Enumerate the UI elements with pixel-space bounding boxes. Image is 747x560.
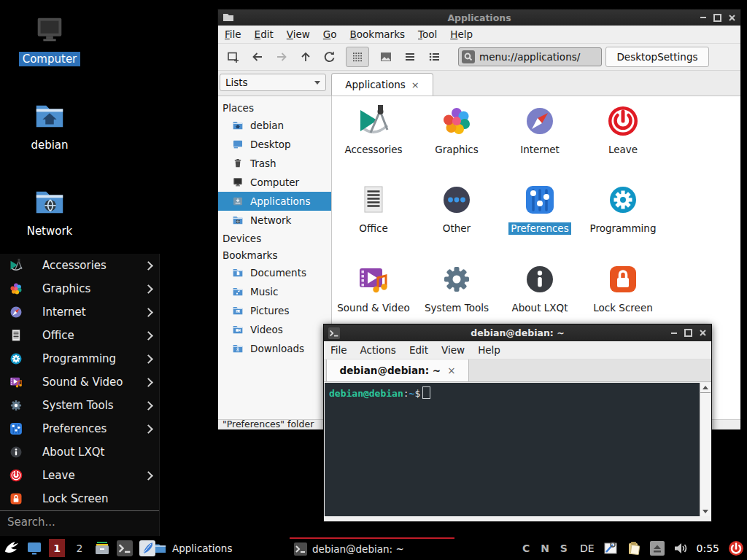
office-icon bbox=[356, 182, 391, 217]
terminal-menu-view[interactable]: View bbox=[435, 341, 471, 359]
fm-menu-file[interactable]: File bbox=[218, 26, 248, 43]
terminal-menu-actions[interactable]: Actions bbox=[354, 341, 403, 359]
sidebar-item-documents[interactable]: Documents bbox=[218, 263, 331, 282]
sidebar-item-desktop[interactable]: Desktop bbox=[218, 135, 331, 154]
app-folder-sound-video[interactable]: Sound & Video bbox=[332, 262, 415, 314]
sidebar-item-debian[interactable]: debian bbox=[218, 116, 331, 135]
app-folder-programming[interactable]: Programming bbox=[581, 182, 665, 235]
status-text: "Preferences" folder bbox=[222, 419, 314, 429]
app-folder-preferences[interactable]: Preferences bbox=[498, 182, 581, 235]
terminal-titlebar[interactable]: debian@debian: ~ bbox=[324, 324, 711, 341]
tab-close-icon[interactable]: × bbox=[411, 79, 419, 90]
new-tab-icon bbox=[227, 50, 240, 63]
menu-search-input[interactable]: Search... bbox=[0, 510, 159, 533]
minimize-button[interactable] bbox=[699, 14, 707, 22]
app-folder-graphics[interactable]: Graphics bbox=[415, 104, 498, 156]
keyboard-indicator[interactable]: C N S bbox=[522, 542, 571, 554]
keyboard-layout[interactable]: DE bbox=[580, 542, 595, 554]
applications-icon bbox=[232, 195, 244, 207]
fm-menu-bookmarks[interactable]: Bookmarks bbox=[344, 26, 411, 43]
task-button-debian-debian[interactable]: debian@debian: ~ bbox=[290, 537, 454, 559]
fm-menu-tool[interactable]: Tool bbox=[411, 26, 444, 43]
menu-item-leave[interactable]: Leave bbox=[0, 464, 159, 487]
sidebar-item-downloads[interactable]: Downloads bbox=[218, 339, 331, 358]
sidebar-mode-combo[interactable]: Lists bbox=[220, 74, 326, 91]
launcher-file-manager[interactable] bbox=[94, 540, 110, 556]
terminal-tab[interactable]: debian@debian: ~ × bbox=[326, 359, 469, 381]
icon-view-button[interactable] bbox=[346, 47, 369, 67]
minimize-button[interactable] bbox=[670, 329, 678, 337]
app-folder-accessories[interactable]: Accessories bbox=[332, 104, 415, 156]
up-button[interactable] bbox=[298, 49, 313, 65]
terminal-scrollbar[interactable] bbox=[700, 383, 711, 516]
menu-item-programming[interactable]: Programming bbox=[0, 347, 159, 370]
close-button[interactable] bbox=[699, 329, 707, 337]
app-folder-about-lxqt[interactable]: About LXQt bbox=[498, 262, 581, 314]
sidebar-item-trash[interactable]: Trash bbox=[218, 154, 331, 173]
desktop-icon-computer[interactable]: Computer bbox=[15, 13, 85, 66]
tray-volume-icon[interactable] bbox=[673, 541, 688, 556]
app-folder-office[interactable]: Office bbox=[332, 182, 415, 235]
task-button-applications[interactable]: Applications bbox=[150, 537, 285, 559]
close-button[interactable] bbox=[728, 14, 736, 22]
thumbnail-view-button[interactable] bbox=[378, 49, 393, 65]
tray-clipboard-icon[interactable] bbox=[627, 541, 641, 556]
new-tab-button[interactable] bbox=[225, 49, 241, 65]
computer-icon bbox=[232, 176, 244, 188]
address-bar[interactable]: menu://applications/ bbox=[458, 47, 602, 66]
fm-menu-edit[interactable]: Edit bbox=[248, 26, 280, 43]
forward-button[interactable] bbox=[274, 49, 289, 65]
detailed-view-button[interactable] bbox=[426, 49, 441, 65]
terminal-menu-help[interactable]: Help bbox=[471, 341, 507, 359]
terminal-menu-file[interactable]: File bbox=[324, 341, 354, 359]
sidebar-item-network[interactable]: Network bbox=[218, 211, 331, 230]
terminal-menu-edit[interactable]: Edit bbox=[403, 341, 435, 359]
workspace-2-button[interactable]: 2 bbox=[71, 539, 88, 557]
sidebar-item-music[interactable]: Music bbox=[218, 282, 331, 301]
app-folder-system-tools[interactable]: System Tools bbox=[415, 262, 498, 314]
compact-view-button[interactable] bbox=[402, 49, 417, 65]
tray-screenshot-icon[interactable] bbox=[603, 541, 618, 556]
menu-item-lock-screen[interactable]: Lock Screen bbox=[0, 487, 159, 510]
desktop-icon-debian[interactable]: debian bbox=[15, 99, 85, 152]
fm-titlebar[interactable]: Applications bbox=[218, 9, 740, 26]
scroll-down-icon[interactable] bbox=[700, 507, 711, 516]
menu-item-about-lxqt[interactable]: About LXQt bbox=[0, 440, 159, 464]
menu-item-graphics[interactable]: Graphics bbox=[0, 277, 159, 300]
menu-item-system-tools[interactable]: System Tools bbox=[0, 394, 159, 417]
app-folder-lock-screen[interactable]: Lock Screen bbox=[581, 262, 665, 314]
app-folder-internet[interactable]: Internet bbox=[498, 104, 581, 156]
power-button[interactable] bbox=[728, 540, 744, 556]
main-menu-button[interactable] bbox=[4, 540, 20, 556]
back-button[interactable] bbox=[249, 49, 265, 65]
refresh-button[interactable] bbox=[322, 49, 337, 65]
sidebar-item-pictures[interactable]: Pictures bbox=[218, 301, 331, 320]
terminal-screen[interactable]: debian@debian:~$ bbox=[325, 383, 700, 516]
menu-item-internet[interactable]: Internet bbox=[0, 300, 159, 324]
app-folder-leave[interactable]: Leave bbox=[581, 104, 665, 156]
terminal-tab-close-icon[interactable]: × bbox=[447, 365, 455, 376]
desktop-icon-network[interactable]: Network bbox=[15, 185, 85, 238]
maximize-button[interactable] bbox=[684, 329, 692, 337]
menu-item-accessories[interactable]: Accessories bbox=[0, 254, 159, 277]
scroll-up-icon[interactable] bbox=[700, 383, 711, 393]
app-folder-other[interactable]: Other bbox=[415, 182, 498, 235]
desktop-settings-button[interactable]: DesktopSettings bbox=[605, 47, 709, 67]
fm-menu-help[interactable]: Help bbox=[444, 26, 479, 43]
tray-eject-icon[interactable] bbox=[650, 541, 665, 556]
maximize-button[interactable] bbox=[713, 14, 721, 22]
menu-item-office[interactable]: Office bbox=[0, 324, 159, 347]
menu-item-preferences[interactable]: Preferences bbox=[0, 417, 159, 440]
clock[interactable]: 0:55 bbox=[697, 542, 719, 554]
sidebar-item-videos[interactable]: Videos bbox=[218, 320, 331, 339]
show-desktop-button[interactable] bbox=[26, 540, 42, 556]
sidebar-item-label: Music bbox=[250, 286, 278, 298]
sidebar-item-computer[interactable]: Computer bbox=[218, 173, 331, 192]
tab-applications[interactable]: Applications × bbox=[331, 73, 433, 96]
fm-menu-view[interactable]: View bbox=[280, 26, 317, 43]
sidebar-item-applications[interactable]: Applications bbox=[218, 192, 331, 211]
workspace-1-button[interactable]: 1 bbox=[49, 539, 65, 557]
menu-item-sound-video[interactable]: Sound & Video bbox=[0, 370, 159, 394]
launcher-terminal[interactable] bbox=[117, 540, 133, 556]
fm-menu-go[interactable]: Go bbox=[317, 26, 344, 43]
